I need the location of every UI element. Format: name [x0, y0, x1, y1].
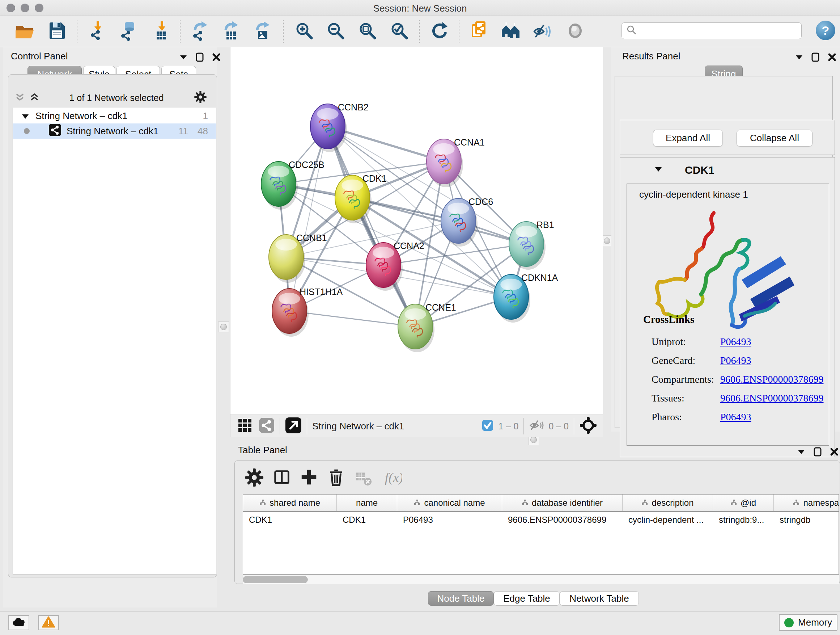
crosslink-link[interactable]: P06493: [720, 355, 752, 374]
table-row[interactable]: CDK1CDK1P064939606.ENSP00000378699cyclin…: [243, 512, 838, 528]
network-current-dot-icon: [24, 128, 30, 134]
export-image-button[interactable]: [252, 20, 274, 43]
column-header-shared-name[interactable]: shared name: [243, 494, 337, 511]
zoom-in-icon: [294, 21, 314, 42]
network-tree-row[interactable]: String Network – cdk1 11 48: [13, 124, 216, 139]
help-button[interactable]: ?: [816, 21, 835, 40]
import-network-from-database-button[interactable]: [118, 20, 140, 43]
warning-status-button[interactable]: [38, 615, 59, 630]
column-header-description[interactable]: description: [622, 494, 713, 511]
right-splitter-handle[interactable]: [602, 235, 613, 246]
panel-collapse-icon[interactable]: [795, 54, 803, 62]
zoom-out-button[interactable]: [325, 20, 347, 43]
panel-collapse-icon[interactable]: [180, 54, 187, 62]
cloud-status-button[interactable]: [8, 615, 29, 630]
network-document-button[interactable]: [468, 20, 490, 43]
tab-edge-table[interactable]: Edge Table: [494, 591, 560, 606]
tab-node-table[interactable]: Node Table: [428, 591, 494, 606]
table-cell: stringdb: [774, 512, 839, 528]
string-home-button[interactable]: [500, 20, 522, 43]
toolbar-separator: [180, 20, 180, 43]
column-header-name[interactable]: name: [337, 494, 397, 511]
network-tree-root-row[interactable]: String Network – cdk1 1: [13, 108, 216, 124]
table-panel-title: Table Panel: [238, 445, 287, 455]
crosslink-link[interactable]: 9606.ENSP00000378699: [720, 374, 823, 393]
crosslink-link[interactable]: P06493: [720, 336, 752, 355]
left-splitter-handle[interactable]: [218, 321, 229, 333]
status-bar: Memory: [0, 611, 840, 635]
search-box[interactable]: [622, 22, 802, 39]
birdseye-toggle-crosshair-icon[interactable]: [579, 416, 597, 436]
grid-view-icon[interactable]: [238, 418, 252, 434]
collapse-all-networks-icon[interactable]: [15, 92, 25, 103]
import-network-from-file-button[interactable]: [87, 20, 109, 43]
column-header-namespace[interactable]: namespace: [774, 494, 839, 511]
tab-network-table[interactable]: Network Table: [560, 591, 639, 606]
network-options-gear-icon[interactable]: [194, 90, 207, 105]
panel-close-icon[interactable]: [212, 53, 221, 63]
export-network-button[interactable]: [189, 20, 212, 43]
scrollbar-thumb[interactable]: [243, 576, 308, 583]
crosslink-link[interactable]: 9606.ENSP00000378699: [720, 393, 823, 411]
node-label-CCNA2: CCNA2: [393, 241, 424, 251]
search-input[interactable]: [637, 26, 796, 36]
column-tree-icon: [522, 498, 528, 508]
zoom-fit-content-button[interactable]: [356, 20, 379, 43]
apply-function-button[interactable]: f(x): [382, 468, 403, 488]
open-in-new-window-icon[interactable]: [285, 417, 302, 435]
show-graphics-details-button[interactable]: [531, 20, 554, 43]
toolbar-separator: [283, 20, 284, 43]
show-columns-button[interactable]: [272, 468, 292, 488]
zoom-in-button[interactable]: [293, 20, 316, 43]
panel-collapse-icon[interactable]: [797, 449, 805, 456]
gene-symbol: CDK1: [685, 164, 714, 176]
column-header--id[interactable]: @id: [713, 494, 774, 511]
import-table-from-file-button[interactable]: [150, 20, 173, 43]
network-graph[interactable]: CCNB2CCNA1CDC25BCDK1CDC6RB1CCNB1CCNA2CDK…: [231, 47, 603, 415]
delete-column-button[interactable]: [326, 468, 347, 488]
zoom-selected-button[interactable]: [388, 20, 411, 43]
panel-float-icon[interactable]: [811, 52, 820, 64]
node-count: 11: [178, 126, 188, 137]
export-table-button[interactable]: [220, 20, 243, 43]
crosslink-row: Uniprot: P06493: [652, 336, 752, 355]
node-table[interactable]: shared namenamecanonical namedatabase id…: [243, 494, 839, 575]
memory-label: Memory: [798, 617, 832, 628]
network-tree: String Network – cdk1 1 String Network –…: [13, 108, 216, 575]
tree-expander-icon[interactable]: [22, 111, 29, 122]
panel-close-icon[interactable]: [828, 53, 836, 63]
expand-all-networks-icon[interactable]: [30, 92, 39, 103]
network-canvas[interactable]: CCNB2CCNA1CDC25BCDK1CDC6RB1CCNB1CCNA2CDK…: [231, 47, 603, 415]
collapse-all-button[interactable]: Collapse All: [737, 130, 813, 147]
show-columns-icon: [272, 468, 292, 489]
hidden-eye-slash-icon: [529, 419, 545, 433]
apply-preferred-layout-button[interactable]: [428, 20, 450, 43]
open-session-button[interactable]: [13, 20, 36, 43]
panel-close-icon[interactable]: [830, 448, 838, 458]
add-column-button[interactable]: [299, 468, 319, 488]
results-panel: Results Panel String Expand All Collapse…: [611, 47, 840, 432]
share-view-icon[interactable]: [259, 417, 275, 435]
column-header-database-identifier[interactable]: database identifier: [502, 494, 622, 511]
crosslink-label: Pharos:: [652, 411, 720, 430]
expand-all-button[interactable]: Expand All: [653, 130, 723, 147]
birdseye-view-button[interactable]: [564, 20, 586, 43]
delete-table-button[interactable]: [354, 468, 374, 488]
column-header-canonical-name[interactable]: canonical name: [397, 494, 502, 511]
save-session-button[interactable]: [46, 20, 68, 43]
crosslink-label: GeneCard:: [652, 355, 720, 374]
toolbar-separator: [459, 20, 459, 43]
panel-float-icon[interactable]: [813, 447, 822, 458]
delete-table-icon: [354, 468, 373, 489]
selected-checkbox-icon[interactable]: [482, 420, 493, 432]
table-settings-button[interactable]: [244, 468, 264, 488]
table-horizontal-scrollbar[interactable]: [243, 575, 839, 584]
crosslink-link[interactable]: P06493: [720, 411, 752, 430]
search-icon: [626, 25, 637, 37]
gene-expander-icon[interactable]: [654, 166, 662, 174]
node-label-CDK1: CDK1: [363, 173, 387, 184]
table-cell: CDK1: [337, 512, 397, 528]
panel-float-icon[interactable]: [195, 52, 204, 64]
memory-button[interactable]: Memory: [779, 614, 837, 631]
node-label-CCNB1: CCNB1: [296, 233, 327, 243]
